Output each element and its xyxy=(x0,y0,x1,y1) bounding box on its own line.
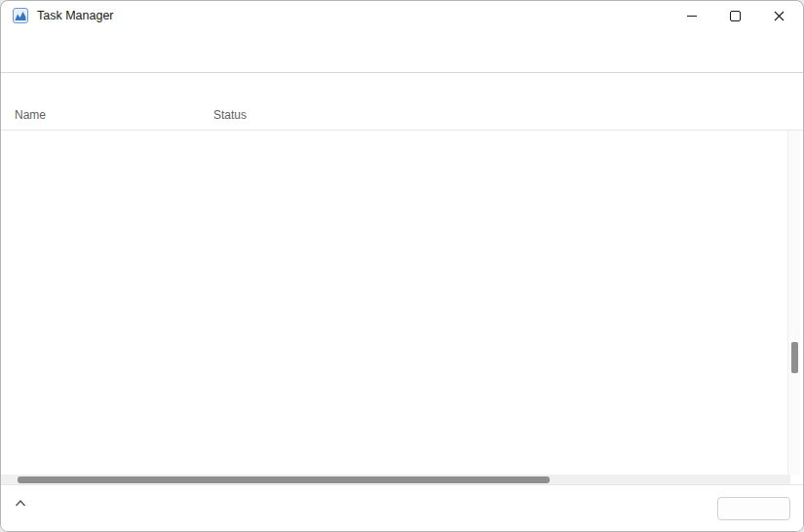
process-list xyxy=(1,131,790,475)
close-button[interactable] xyxy=(757,1,801,30)
window-title: Task Manager xyxy=(37,9,114,22)
close-icon xyxy=(774,11,785,21)
vertical-scrollbar[interactable] xyxy=(787,131,800,475)
chevron-up-icon xyxy=(15,499,26,508)
end-task-button[interactable] xyxy=(717,497,790,520)
minimize-icon xyxy=(687,16,697,17)
task-manager-window: Task Manager Name Status xyxy=(0,0,804,532)
title-bar[interactable]: Task Manager xyxy=(1,1,803,30)
column-header-name[interactable]: Name xyxy=(15,108,46,122)
tab-strip xyxy=(1,53,803,73)
task-manager-icon xyxy=(13,8,28,23)
maximize-button[interactable] xyxy=(713,1,757,30)
footer-bar xyxy=(1,484,803,532)
horizontal-scrollbar-thumb[interactable] xyxy=(18,476,550,483)
table-header: Name Status xyxy=(1,73,803,131)
column-header-status[interactable]: Status xyxy=(213,108,247,122)
maximize-icon xyxy=(730,11,741,21)
window-controls xyxy=(670,1,801,30)
menu-bar xyxy=(1,30,803,52)
horizontal-scrollbar[interactable] xyxy=(1,475,790,484)
fewer-details-button[interactable] xyxy=(15,499,36,508)
vertical-scrollbar-thumb[interactable] xyxy=(791,342,798,373)
minimize-button[interactable] xyxy=(670,1,713,30)
